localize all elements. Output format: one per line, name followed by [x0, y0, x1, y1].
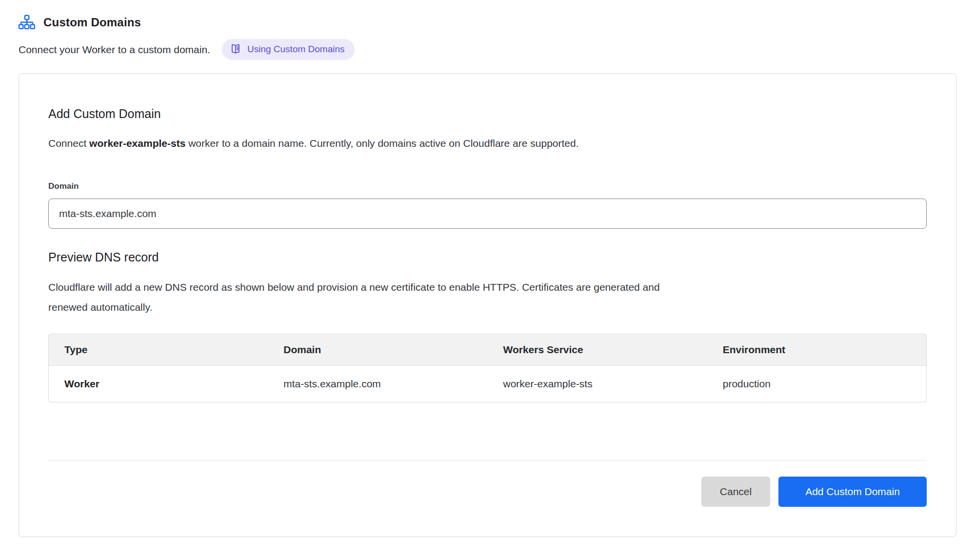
- cell-environment: production: [707, 366, 927, 402]
- card-heading: Add Custom Domain: [48, 107, 927, 121]
- dns-preview-table: Type Domain Workers Service Environment …: [48, 334, 927, 402]
- open-book-icon: [230, 43, 241, 55]
- cancel-button[interactable]: Cancel: [701, 477, 770, 507]
- page-header: Custom Domains: [19, 15, 956, 30]
- card-intro: Connect worker-example-sts worker to a d…: [48, 138, 927, 149]
- docs-link[interactable]: Using Custom Domains: [222, 39, 355, 60]
- add-custom-domain-button[interactable]: Add Custom Domain: [778, 477, 927, 507]
- column-header-type: Type: [48, 334, 268, 366]
- docs-link-label: Using Custom Domains: [247, 44, 345, 55]
- domain-input[interactable]: [48, 199, 927, 229]
- intro-prefix: Connect: [48, 138, 89, 149]
- domain-field: Domain: [48, 181, 927, 229]
- column-header-workers-service: Workers Service: [488, 334, 707, 366]
- page-title: Custom Domains: [43, 16, 141, 29]
- footer-divider: [48, 460, 927, 460]
- table-row: Worker mta-sts.example.com worker-exampl…: [48, 366, 927, 402]
- cell-type: Worker: [48, 366, 268, 402]
- cell-domain: mta-sts.example.com: [268, 366, 487, 402]
- intro-suffix: worker to a domain name. Currently, only…: [185, 138, 578, 149]
- preview-dns-heading: Preview DNS record: [48, 250, 927, 264]
- preview-dns-description: Cloudflare will add a new DNS record as …: [48, 277, 687, 317]
- card-actions: Cancel Add Custom Domain: [48, 477, 927, 507]
- page-subtitle-row: Connect your Worker to a custom domain. …: [19, 39, 956, 60]
- page-subtitle: Connect your Worker to a custom domain.: [19, 44, 210, 56]
- column-header-environment: Environment: [707, 334, 927, 366]
- worker-name: worker-example-sts: [89, 138, 185, 149]
- column-header-domain: Domain: [268, 334, 487, 366]
- custom-domains-page: Custom Domains Connect your Worker to a …: [0, 0, 975, 537]
- add-custom-domain-card: Add Custom Domain Connect worker-example…: [19, 73, 956, 537]
- table-header: Type Domain Workers Service Environment: [48, 334, 927, 366]
- cell-workers-service: worker-example-sts: [488, 366, 707, 402]
- domain-label: Domain: [48, 181, 927, 191]
- sitemap-icon: [19, 15, 35, 30]
